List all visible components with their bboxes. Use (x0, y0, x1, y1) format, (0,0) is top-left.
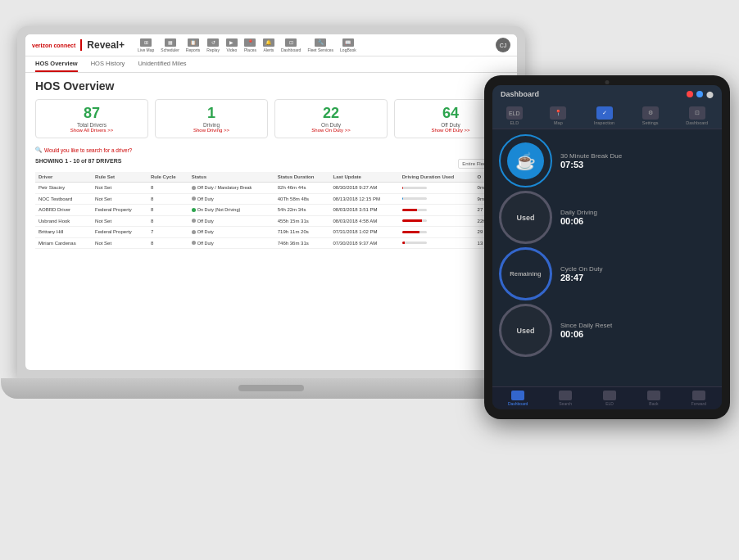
stat-total-drivers: 87 Total Drivers Show All Drivers >> (35, 99, 148, 138)
places-icon: 📍 (244, 38, 256, 47)
bottom-nav-dashboard[interactable]: Dashboard (508, 391, 528, 406)
tablet-header: Dashboard ⬤ (492, 85, 722, 103)
gauges-area: ☕ 30 Minute Break Due 07:53 Used (492, 129, 722, 386)
nav-scheduler[interactable]: ▦ Scheduler (161, 38, 179, 52)
tablet-nav-inspection[interactable]: ✓ Inspection (594, 106, 614, 125)
stat-number-drivers: 87 (41, 105, 143, 122)
settings-icon: ⚙ (642, 106, 659, 120)
tablet-bottom-nav: Dashboard Search ELD Back (492, 386, 722, 409)
tablet-nav-dashboard[interactable]: ⊡ Dashboard (686, 106, 708, 125)
gauge-break: ☕ 30 Minute Break Due 07:53 (499, 134, 715, 187)
rule-set: Federal Property (92, 227, 147, 238)
rule-cycle: 8 (147, 237, 188, 249)
table-row: AOBRD Driver Federal Property 8 On Duty … (35, 205, 507, 216)
tablet-nav-eld[interactable]: ELD ELD (506, 106, 523, 125)
gauge-daily-driving: Used Daily Driving 00:06 (499, 191, 715, 244)
stat-driving: 1 Driving Show Driving >> (155, 99, 268, 138)
col-driving-duration: Driving Duration Used (399, 172, 474, 183)
col-rule-set: Rule Set (92, 172, 147, 183)
bottom-back-label: Back (649, 401, 658, 406)
header-right: CJ (496, 38, 510, 52)
stat-number-driving: 1 (161, 105, 262, 122)
stat-number-on-duty: 22 (280, 105, 382, 122)
col-driver: Driver (35, 172, 92, 183)
driver-name: AOBRD Driver (35, 205, 92, 216)
rule-set: Not Set (92, 183, 147, 194)
stat-label-drivers: Total Drivers (41, 122, 143, 128)
last-update: 07/31/2018 1:02 PM (330, 227, 399, 238)
gauge-cycle-duty: Remaining Cycle On Duty 28:47 (499, 247, 715, 300)
nav-fleet-services[interactable]: 🔧 Fleet Services (307, 38, 333, 52)
tablet-nav-map[interactable]: 📍 Map (550, 106, 566, 125)
tab-unidentified-miles[interactable]: Unidentified Miles (138, 60, 186, 72)
break-gauge-circle: ☕ (499, 134, 552, 187)
scheduler-icon: ▦ (165, 38, 176, 47)
last-update: 08/03/2018 3:51 PM (330, 205, 399, 216)
tabs-bar: HOS Overview HOS History Unidentified Mi… (25, 56, 517, 73)
stat-label-on-duty: On Duty (280, 122, 382, 128)
rule-cycle: 8 (147, 205, 188, 216)
bottom-dashboard-label: Dashboard (508, 401, 528, 406)
verizon-text: verizon connect (32, 43, 75, 48)
rule-set: Not Set (92, 215, 147, 227)
col-status: Status (188, 172, 274, 183)
avatar[interactable]: CJ (496, 38, 510, 52)
table-row: Miriam Cardenas Not Set 8 Off Duty 746h … (35, 237, 507, 249)
gauge-daily-reset: Used Since Daily Reset 00:06 (499, 304, 715, 357)
nav-places[interactable]: 📍 Places (244, 38, 256, 52)
stat-link-on-duty[interactable]: Show On Duty >> (280, 128, 382, 133)
nav-replay[interactable]: ↺ Replay (206, 38, 220, 52)
nav-live-map[interactable]: ⊞ Live Map (138, 38, 154, 52)
stat-link-drivers[interactable]: Show All Drivers >> (41, 128, 143, 133)
bottom-nav-back[interactable]: Back (647, 391, 660, 406)
status: On Duty (Not Driving) (188, 205, 274, 216)
search-hint-text[interactable]: Would you like to search for a driver? (44, 147, 132, 153)
nav-reports[interactable]: 📋 Reports (186, 38, 201, 52)
video-icon: ▶ (226, 38, 238, 47)
replay-icon: ↺ (207, 38, 219, 47)
status: Off Duty / Mandatory Break (188, 183, 274, 194)
cycle-duty-value: 28:47 (560, 273, 715, 282)
tablet: Dashboard ⬤ ELD ELD 📍 Map (484, 75, 730, 419)
live-map-icon: ⊞ (140, 38, 152, 47)
tablet-avatar: ⬤ (706, 91, 714, 98)
tab-hos-history[interactable]: HOS History (91, 60, 125, 72)
daily-driving-info: Daily Driving 00:06 (560, 209, 715, 226)
used-circle-1: Used (499, 191, 552, 244)
break-title: 30 Minute Break Due (560, 152, 715, 160)
daily-reset-info: Since Daily Reset 00:06 (560, 322, 715, 339)
bottom-back-icon (647, 391, 660, 400)
rule-set: Not Set (92, 193, 147, 205)
rule-set: Federal Property (92, 205, 147, 216)
used-label-2: Used (516, 327, 534, 335)
tablet-nav-settings[interactable]: ⚙ Settings (642, 106, 659, 125)
bottom-eld-label: ELD (605, 401, 614, 406)
tab-hos-overview[interactable]: HOS Overview (35, 60, 78, 72)
remaining-label: Remaining (510, 270, 541, 278)
bottom-nav-search[interactable]: Search (559, 391, 572, 406)
laptop-screen: verizon connect Reveal+ ⊞ Live Map ▦ Sch… (25, 34, 517, 370)
status: Off Duty (188, 215, 274, 227)
bottom-nav-forward[interactable]: Forward (691, 391, 706, 406)
break-value: 07:53 (560, 160, 715, 169)
table-row: Brittany Hill Federal Property 7 Off Dut… (35, 227, 507, 238)
rule-cycle: 7 (147, 227, 188, 238)
fleet-icon: 🔧 (315, 38, 326, 47)
nav-alerts[interactable]: 🔔 Alerts (263, 38, 274, 52)
dashboard-tablet-icon: ⊡ (689, 106, 705, 120)
reports-icon: 📋 (188, 38, 199, 47)
tablet-header-icons: ⬤ (687, 91, 714, 98)
nav-logbook[interactable]: 📖 LogBook (340, 38, 356, 52)
status-duration: 719h 11m 20s (274, 227, 330, 238)
driving-used (399, 193, 474, 205)
rule-set: Not Set (92, 237, 147, 249)
nav-video[interactable]: ▶ Video (226, 38, 238, 52)
nav-dashboard[interactable]: ⊡ Dashboard (281, 38, 301, 52)
driver-name: Usbrand Hook (35, 215, 92, 227)
page-title: HOS Overview (35, 79, 507, 93)
bottom-nav-eld[interactable]: ELD (603, 391, 616, 406)
top-nav: ⊞ Live Map ▦ Scheduler 📋 Reports ↺ (138, 38, 356, 52)
driving-used (399, 183, 474, 194)
stat-link-driving[interactable]: Show Driving >> (161, 128, 262, 133)
bottom-forward-icon (692, 391, 705, 400)
